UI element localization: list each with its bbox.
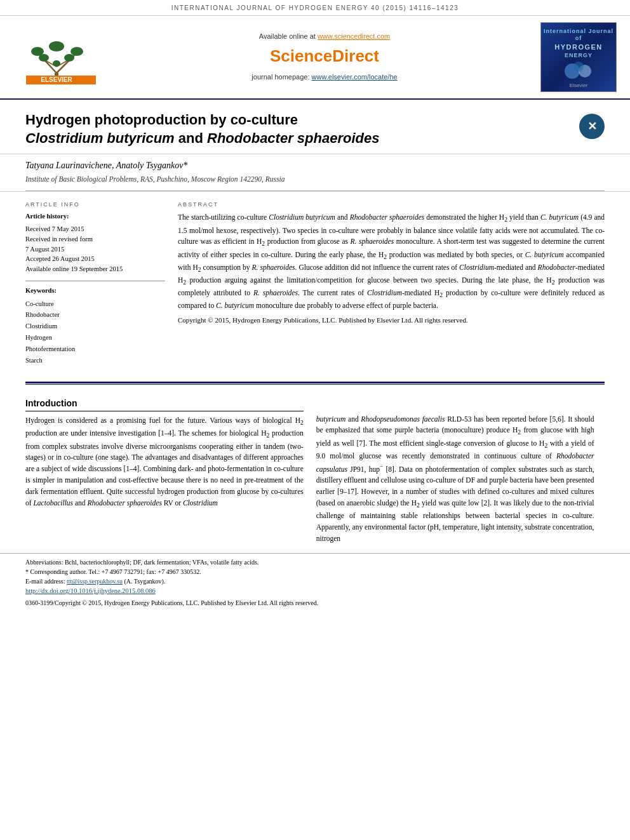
body-right-column: butyricum and Rhodopseudomonas faecalis … <box>316 397 594 545</box>
footnote-section: Abbreviations: Bchl, bacteriochlorophyll… <box>0 553 630 597</box>
article-info-label: ARTICLE INFO <box>25 201 165 209</box>
svg-point-8 <box>39 54 49 62</box>
copyright-footer: 0360-3199/Copyright © 2015, Hydrogen Ene… <box>0 597 630 611</box>
journal-banner: INTERNATIONAL JOURNAL OF HYDROGEN ENERGY… <box>0 0 630 16</box>
crossmark-icon[interactable]: ✕ <box>579 114 605 139</box>
available-online-text: Available online at www.sciencedirect.co… <box>259 32 390 41</box>
svg-point-11 <box>53 60 60 67</box>
journal-cover-area: International Journal of HYDROGEN ENERGY… <box>537 22 620 92</box>
doi-line: http://dx.doi.org/10.1016/j.ijhydene.201… <box>25 586 605 596</box>
journal-cover: International Journal of HYDROGEN ENERGY… <box>540 22 617 92</box>
svg-text:ELSEVIER: ELSEVIER <box>41 76 72 83</box>
crossmark-badge[interactable]: ✕ <box>579 114 605 139</box>
paper-title-italic1: Clostridium butyricum <box>25 130 175 146</box>
keyword-clostridium: Clostridium <box>25 321 165 332</box>
title-section: Hydrogen photoproduction by co-culture C… <box>0 100 630 154</box>
keywords-block: Keywords: Co-culture Rhodobacter Clostri… <box>25 286 165 366</box>
sciencedirect-url[interactable]: www.sciencedirect.com <box>318 32 390 40</box>
abbreviations-note: Abbreviations: Bchl, bacteriochlorophyll… <box>25 557 605 567</box>
journal-cover-title: International Journal of HYDROGEN ENERGY <box>541 25 616 62</box>
svg-point-10 <box>49 41 64 51</box>
journal-cover-graphic <box>560 62 598 81</box>
keyword-starch: Starch <box>25 355 165 366</box>
authors-section: Tatyana Laurinavichene, Anatoly Tsyganko… <box>0 154 630 188</box>
svg-point-16 <box>573 62 584 72</box>
svg-point-9 <box>64 54 74 62</box>
svg-point-7 <box>70 47 83 56</box>
body-left-column: Introduction Hydrogen is considered as a… <box>25 397 304 545</box>
main-divider <box>25 382 605 383</box>
received-revised-label: Received in revised form <box>25 234 165 244</box>
introduction-text-right: butyricum and Rhodopseudomonas faecalis … <box>316 414 594 545</box>
history-title: Article history: <box>25 212 165 222</box>
abstract-column: ABSTRACT The starch-utilizing co-culture… <box>178 201 605 366</box>
email-suffix: (A. Tsygankov). <box>124 578 166 585</box>
sciencedirect-brand: ScienceDirect <box>270 44 379 67</box>
received-revised-date: 7 August 2015 <box>25 244 165 255</box>
email-link[interactable]: ttt@issp.serpukhov.su <box>67 578 123 585</box>
keyword-hydrogen: Hydrogen <box>25 332 165 343</box>
paper-title-italic2: Rhodobacter sphaeroides <box>207 130 379 146</box>
abstract-label: ABSTRACT <box>178 201 605 209</box>
received-date: Received 7 May 2015 <box>25 224 165 234</box>
elsevier-logo: ELSEVIER <box>20 29 102 86</box>
body-section: Introduction Hydrogen is considered as a… <box>0 391 630 551</box>
doi-link[interactable]: http://dx.doi.org/10.1016/j.ijhydene.201… <box>25 587 156 594</box>
email-label: E-mail address: <box>25 578 65 585</box>
corresponding-author-note: * Corresponding author. Tel.: +7 4967 73… <box>25 567 605 577</box>
authors-text: Tatyana Laurinavichene, Anatoly Tsyganko… <box>25 159 605 172</box>
asterisk-note: * Corresponding author. Tel.: +7 4967 73… <box>25 568 201 575</box>
introduction-text-left: Hydrogen is considered as a promising fu… <box>25 415 304 509</box>
elsevier-logo-area: ELSEVIER <box>10 22 112 92</box>
email-note: E-mail address: ttt@issp.serpukhov.su (A… <box>25 577 605 586</box>
keyword-rhodobacter: Rhodobacter <box>25 309 165 321</box>
journal-homepage-link[interactable]: www.elsevier.com/locate/he <box>312 73 398 81</box>
available-date: Available online 19 September 2015 <box>25 264 165 274</box>
paper-title-connector: and <box>178 130 207 146</box>
abstract-copyright: Copyright © 2015, Hydrogen Energy Public… <box>178 316 605 325</box>
introduction-heading: Introduction <box>25 397 304 412</box>
svg-text:✕: ✕ <box>587 120 597 133</box>
affiliation-text: Institute of Basic Biological Problems, … <box>25 174 605 184</box>
main-content: ARTICLE INFO Article history: Received 7… <box>0 191 630 373</box>
article-history-block: Article history: Received 7 May 2015 Rec… <box>25 212 165 274</box>
info-divider <box>25 281 165 281</box>
paper-title: Hydrogen photoproduction by co-culture C… <box>25 111 573 147</box>
keyword-photofermentation: Photofermentation <box>25 343 165 355</box>
article-info-column: ARTICLE INFO Article history: Received 7… <box>25 201 165 366</box>
journal-homepage: journal homepage: www.elsevier.com/locat… <box>251 72 397 82</box>
elsevier-tree-icon: ELSEVIER <box>20 29 102 86</box>
keyword-co-culture: Co-culture <box>25 298 165 310</box>
keywords-title: Keywords: <box>25 286 165 296</box>
sciencedirect-info: Available online at www.sciencedirect.co… <box>118 22 531 92</box>
thin-divider-2 <box>25 384 605 385</box>
abstract-text: The starch-utilizing co-culture Clostrid… <box>178 212 605 311</box>
accepted-date: Accepted 26 August 2015 <box>25 254 165 264</box>
header-section: ELSEVIER Available online at www.science… <box>0 16 630 100</box>
